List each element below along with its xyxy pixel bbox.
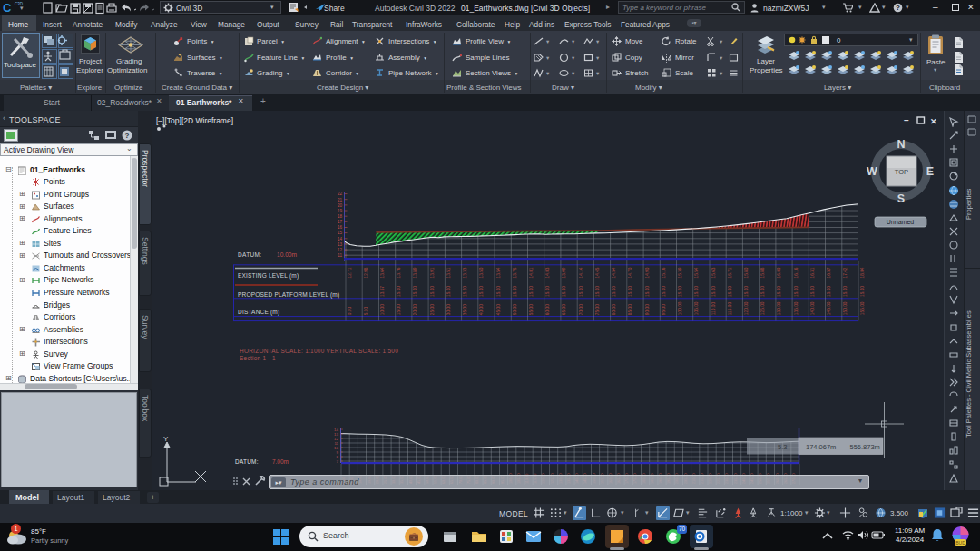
svg-text:Unnamed: Unnamed — [887, 219, 914, 225]
svg-text:20.00: 20.00 — [413, 304, 417, 315]
svg-text:15.00: 15.00 — [446, 286, 451, 297]
svg-text:HORIZONTAL SCALE: 1:1000 VERTI: HORIZONTAL SCALE: 1:1000 VERTICAL SCALE:… — [240, 348, 398, 354]
svg-text:?: ? — [125, 132, 130, 140]
svg-text:13.99: 13.99 — [562, 267, 566, 278]
svg-text:15.39: 15.39 — [678, 267, 682, 278]
svg-text:140.00: 140.00 — [810, 301, 815, 315]
svg-text:13.33: 13.33 — [463, 267, 467, 278]
svg-text:14.45: 14.45 — [595, 267, 600, 278]
svg-text:18.04: 18.04 — [860, 267, 865, 278]
svg-text:12: 12 — [338, 248, 343, 252]
svg-text:15.00: 15.00 — [645, 286, 650, 297]
svg-text:15.00: 15.00 — [579, 286, 583, 297]
svg-text:S: S — [897, 192, 905, 205]
svg-text:DATUM:: DATUM: — [238, 251, 261, 258]
svg-text:15.00: 15.00 — [479, 286, 484, 297]
svg-text:-556.873m: -556.873m — [848, 443, 880, 451]
svg-text:15.00: 15.00 — [843, 286, 848, 297]
svg-text:DISTANCE (m): DISTANCE (m) — [238, 309, 279, 316]
svg-text:70.00: 70.00 — [579, 304, 583, 315]
svg-text:13.54: 13.54 — [496, 267, 501, 278]
svg-text:15.00: 15.00 — [628, 286, 632, 297]
svg-text:90.00: 90.00 — [645, 304, 650, 315]
svg-text:12.98: 12.98 — [364, 267, 368, 278]
svg-text:13.64: 13.64 — [380, 267, 385, 278]
svg-text:15.00: 15.00 — [827, 286, 831, 297]
svg-text:PROPOSED PLATFORM LEVEL (m): PROPOSED PLATFORM LEVEL (m) — [238, 291, 339, 299]
svg-text:174.067m: 174.067m — [806, 443, 836, 451]
svg-text:18: 18 — [338, 214, 343, 219]
svg-text:15.00: 15.00 — [777, 286, 781, 297]
svg-text:15.16: 15.16 — [662, 267, 666, 278]
svg-text:65.00: 65.00 — [562, 304, 566, 315]
svg-text:5.00: 5.00 — [364, 307, 368, 316]
svg-text:15.00: 15.00 — [694, 286, 699, 297]
svg-text:15.00: 15.00 — [595, 286, 600, 297]
svg-text:17: 17 — [338, 220, 343, 224]
svg-text:15.00: 15.00 — [794, 286, 799, 297]
svg-text:[–][Top][2D Wireframe]: [–][Top][2D Wireframe] — [156, 116, 233, 125]
svg-text:E: E — [926, 165, 934, 178]
svg-text:15.00: 15.00 — [662, 286, 666, 297]
svg-text:40.00: 40.00 — [479, 304, 484, 315]
svg-text:15.63: 15.63 — [711, 267, 716, 278]
svg-text:22: 22 — [338, 192, 343, 196]
svg-text:15.00: 15.00 — [562, 286, 566, 297]
svg-text:150.00: 150.00 — [843, 301, 848, 315]
svg-text:Y: Y — [163, 435, 169, 443]
svg-text:15.80: 15.80 — [744, 267, 749, 278]
svg-text:145.00: 145.00 — [827, 301, 831, 315]
svg-text:TOP: TOP — [895, 168, 908, 176]
svg-text:15.00: 15.00 — [810, 286, 815, 297]
svg-text:?: ? — [896, 4, 900, 12]
svg-text:15.71: 15.71 — [728, 267, 732, 278]
svg-text:13.76: 13.76 — [397, 267, 401, 278]
svg-text:30.00: 30.00 — [446, 304, 451, 315]
svg-text:15.00: 15.00 — [430, 286, 435, 297]
svg-text:14.01: 14.01 — [529, 267, 534, 278]
svg-text:25.00: 25.00 — [430, 304, 435, 315]
svg-text:11: 11 — [338, 253, 342, 258]
svg-text:14.54: 14.54 — [612, 267, 616, 278]
svg-text:12.71: 12.71 — [348, 267, 352, 278]
svg-text:EXISTING LEVEL (m): EXISTING LEVEL (m) — [238, 272, 299, 280]
svg-text:–: – — [904, 115, 909, 125]
svg-text:16.57: 16.57 — [827, 267, 831, 278]
svg-text:45.00: 45.00 — [496, 304, 501, 315]
svg-text:16.16: 16.16 — [794, 267, 799, 278]
svg-text:55.00: 55.00 — [529, 304, 534, 315]
svg-text:14.90: 14.90 — [645, 267, 650, 278]
svg-text:100.00: 100.00 — [678, 301, 682, 315]
svg-text:15.00: 15.00 — [744, 286, 749, 297]
svg-text:15.00: 15.00 — [529, 286, 534, 297]
svg-text:14.14: 14.14 — [579, 267, 583, 278]
svg-text:17.42: 17.42 — [843, 267, 848, 278]
svg-text:135.00: 135.00 — [794, 301, 799, 315]
svg-text:15.00: 15.00 — [760, 286, 765, 297]
svg-text:13.91: 13.91 — [430, 267, 435, 278]
svg-text:15.00: 15.00 — [397, 304, 401, 315]
svg-text:50.00: 50.00 — [513, 304, 517, 315]
svg-text:16: 16 — [338, 225, 343, 230]
svg-text:5.3: 5.3 — [778, 443, 787, 451]
svg-text:BUD: BUD — [956, 540, 965, 546]
svg-text:35.00: 35.00 — [463, 304, 467, 315]
svg-text:10.00m: 10.00m — [277, 251, 298, 258]
svg-text:120.00: 120.00 — [744, 301, 749, 315]
svg-text:W: W — [867, 165, 877, 178]
svg-text:15: 15 — [338, 231, 343, 235]
svg-text:19: 19 — [338, 209, 343, 213]
svg-text:60.00: 60.00 — [545, 304, 550, 315]
svg-text:14.70: 14.70 — [628, 267, 632, 278]
svg-text:15.00: 15.00 — [463, 286, 467, 297]
svg-text:80.00: 80.00 — [612, 304, 616, 315]
svg-text:95.00: 95.00 — [662, 304, 666, 315]
svg-text:155.00: 155.00 — [860, 301, 865, 315]
svg-text:16.31: 16.31 — [810, 267, 815, 278]
svg-text:10.00: 10.00 — [380, 304, 385, 315]
svg-text:13.51: 13.51 — [446, 267, 451, 278]
svg-text:21: 21 — [338, 198, 343, 202]
svg-text:13.50: 13.50 — [479, 267, 484, 278]
svg-text:110.00: 110.00 — [711, 302, 716, 316]
svg-text:75.00: 75.00 — [595, 304, 600, 315]
